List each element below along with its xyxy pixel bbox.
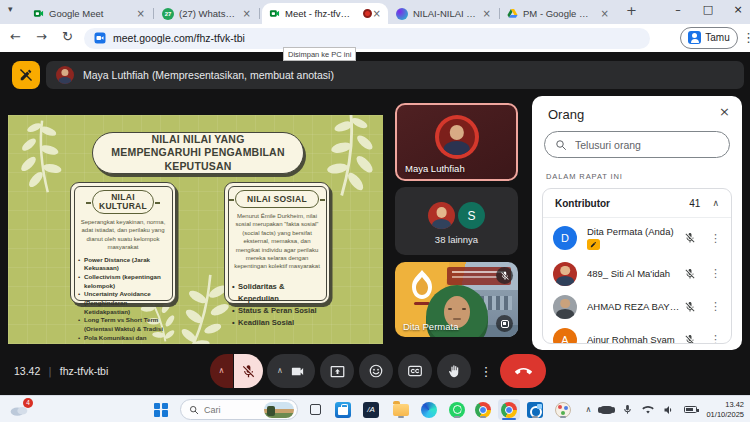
app-slash-a-button[interactable]: /A — [362, 401, 380, 419]
tab-close-icon[interactable]: × — [136, 9, 146, 19]
tray-volume-icon[interactable] — [663, 404, 675, 416]
tray-expand-icon[interactable]: ∧ — [586, 406, 592, 414]
task-view-button[interactable] — [306, 401, 324, 419]
presenter-banner-text: Maya Luthfiah (Mempresentasikan, membuat… — [83, 69, 334, 81]
camera-control-group[interactable]: ∧ — [267, 354, 315, 388]
reactions-button[interactable] — [359, 354, 393, 388]
start-button[interactable] — [152, 401, 170, 419]
tab-close-icon[interactable]: × — [600, 9, 610, 19]
forward-icon[interactable]: → — [36, 30, 47, 43]
participant-menu-icon[interactable]: ⋮ — [710, 301, 721, 312]
bullet: Collectivism (kepentingan kelompok) — [78, 273, 168, 290]
participant-row[interactable]: AHMAD REZA BAYU MA… ⋮ — [543, 290, 731, 323]
people-search[interactable] — [544, 131, 730, 158]
tab-nilai-nilai[interactable]: NILAI-NILAI PENGAMBIL… × — [390, 3, 498, 24]
weather-widget[interactable]: 4 — [8, 401, 30, 419]
participant-menu-icon[interactable]: ⋮ — [710, 268, 721, 279]
new-tab-button[interactable]: + — [626, 4, 637, 17]
leave-call-button[interactable] — [500, 354, 546, 388]
bullet: Long Term vs Short Term (Orientasi Waktu… — [78, 316, 168, 333]
camera-options-chevron[interactable]: ∧ — [277, 367, 283, 375]
drive-favicon-icon — [506, 8, 518, 20]
chrome-icon — [501, 402, 517, 418]
browser-menu-icon[interactable]: ⋮ — [742, 31, 750, 44]
card-description: Menurut Émile Durkheim, nilai sosial mer… — [230, 212, 324, 271]
outlook-button[interactable] — [526, 401, 544, 419]
taskbar-search-input[interactable] — [204, 405, 254, 415]
file-explorer-button[interactable] — [392, 401, 410, 419]
notification-badge: 4 — [23, 398, 33, 408]
mic-mute-button[interactable] — [234, 354, 263, 388]
store-icon — [335, 402, 351, 418]
tray-time: 13.42 — [725, 400, 744, 409]
tile-pin-icon[interactable] — [496, 315, 513, 332]
panel-close-icon[interactable]: × — [719, 105, 730, 118]
cc-icon — [407, 363, 423, 379]
participant-menu-icon[interactable]: ⋮ — [710, 334, 721, 344]
presentation-slide: NILAI NILAI YANG MEMPENGARUHI PENGAMBILA… — [8, 115, 383, 344]
tray-clock[interactable]: 13.42 01/10/2025 — [706, 400, 744, 419]
card-description: Seperangkat keyakinan, norma, adat istia… — [76, 218, 170, 252]
more-options-button[interactable]: ⋮ — [476, 354, 496, 388]
present-screen-button[interactable] — [320, 354, 354, 388]
video-tile-maya[interactable]: Maya Luthfiah — [395, 103, 518, 181]
tab-title: (27) WhatsApp — [179, 8, 237, 19]
tray-wifi-icon[interactable] — [642, 404, 654, 416]
slide-card-nilai-sosial: NILAI SOSIAL Menurut Émile Durkheim, nil… — [224, 182, 330, 304]
bullet: Pola Komunikasi dan Pengambilan Keputusa… — [78, 334, 168, 344]
participant-row[interactable]: 489_ Siti Al Ma'idah ⋮ — [543, 257, 731, 290]
people-search-input[interactable] — [575, 139, 695, 151]
search-highlight-thumbnail — [264, 402, 294, 418]
meeting-time: 13.42 — [14, 365, 40, 377]
tab-whatsapp[interactable]: 27 (27) WhatsApp × — [156, 3, 258, 24]
window-close-button[interactable]: × — [728, 4, 748, 15]
address-bar[interactable]: meet.google.com/fhz-tfvk-tbi — [84, 28, 650, 49]
taskbar-search[interactable] — [180, 399, 298, 420]
edge-button[interactable] — [420, 401, 438, 419]
back-icon[interactable]: ← — [10, 30, 21, 43]
whatsapp-button[interactable] — [448, 401, 466, 419]
mic-options-chevron[interactable]: ∧ — [210, 354, 233, 388]
window-maximize-button[interactable]: □ — [698, 4, 718, 15]
video-tile-others[interactable]: S 38 lainnya — [395, 187, 518, 255]
tray-gamepad-icon[interactable] — [600, 406, 613, 414]
video-tile-dita[interactable]: Dita Permata — [395, 262, 518, 337]
tab-close-icon[interactable]: × — [372, 9, 382, 19]
collapse-icon[interactable]: ∧ — [712, 199, 719, 208]
taskbar: 4 /A ∧ — [0, 395, 750, 422]
windows-logo-icon — [154, 403, 168, 417]
section-label: DALAM RAPAT INI — [546, 172, 623, 181]
avatar — [435, 115, 479, 159]
meet-favicon-icon — [268, 8, 280, 20]
group-count: 41 — [689, 198, 700, 209]
tray-mic-icon[interactable] — [622, 404, 633, 415]
participant-menu-icon[interactable]: ⋮ — [710, 233, 721, 244]
annotation-button[interactable] — [12, 61, 40, 89]
mic-muted-icon — [684, 301, 696, 313]
tab-title: NILAI-NILAI PENGAMBIL… — [413, 8, 477, 19]
tab-close-icon[interactable]: × — [242, 9, 252, 19]
captions-button[interactable] — [398, 354, 432, 388]
profile-button[interactable]: Tamu — [680, 27, 738, 49]
tile-name: Dita Permata — [403, 321, 458, 332]
participant-row[interactable]: A Ainur Rohmah Syam ⋮ — [543, 323, 731, 344]
tab-google-meet[interactable]: Google Meet × — [26, 3, 152, 24]
annotation-badge-icon — [587, 239, 600, 250]
tray-battery-icon[interactable] — [684, 406, 697, 413]
camera-icon — [290, 364, 305, 379]
participant-row[interactable]: D Dita Permata (Anda) ⋮ — [543, 219, 731, 257]
chrome-button[interactable] — [474, 401, 492, 419]
microsoft-store-button[interactable] — [334, 401, 352, 419]
participant-name: AHMAD REZA BAYU MA… — [587, 301, 684, 312]
contributors-header[interactable]: Kontributor 41 ∧ — [543, 189, 731, 218]
chrome-active-button[interactable] — [498, 399, 520, 420]
paint-button[interactable] — [554, 401, 572, 419]
raise-hand-button[interactable] — [437, 354, 471, 388]
tab-search-icon[interactable]: ▾ — [8, 5, 13, 14]
reload-icon[interactable]: ↻ — [62, 30, 73, 43]
tab-close-icon[interactable]: × — [482, 9, 492, 19]
tab-meet-active[interactable]: Meet - fhz-tfvk-tbi × — [262, 3, 388, 24]
tab-google-drive[interactable]: PM - Google Drive × — [500, 3, 616, 24]
window-minimize-button[interactable]: – — [668, 4, 688, 15]
mic-muted-icon — [684, 232, 696, 244]
